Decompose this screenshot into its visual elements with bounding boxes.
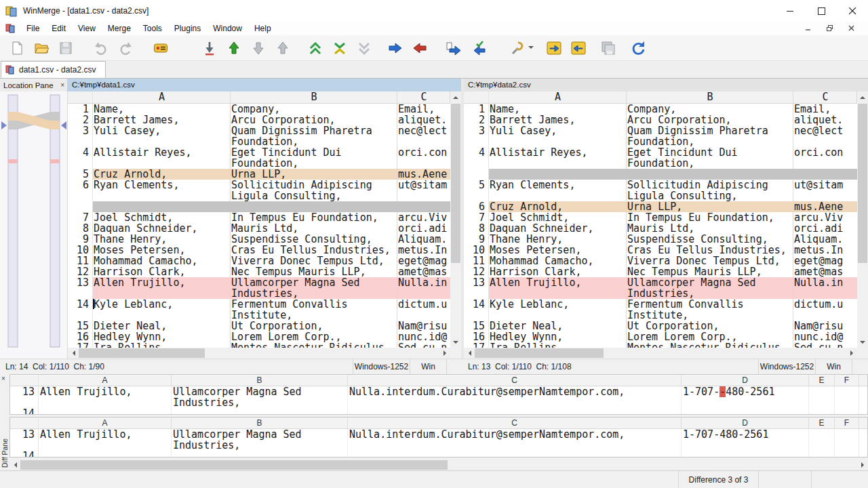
editor-row[interactable]: 10Moses Petersen,Cras Eu Tellus Industri… [68, 245, 450, 256]
cell-d[interactable] [682, 408, 809, 415]
copy-right-advance-button[interactable] [442, 37, 465, 59]
editor-row[interactable]: 15Dieter Neal,Ut Corporation,Nam@risu [68, 321, 450, 331]
cell-c[interactable]: mus.Aene [397, 169, 450, 180]
cell-b[interactable]: Mauris Ltd, [231, 223, 397, 234]
cell-c[interactable]: dictum.u [793, 299, 857, 321]
open-button[interactable] [30, 37, 53, 59]
cell-b[interactable]: Suspendisse Consulting, [627, 234, 793, 245]
cell-b[interactable]: In Tempus Eu Foundation, [231, 212, 397, 223]
redo-button[interactable] [114, 37, 137, 59]
editor-row[interactable]: 17Ira Rollins,Montes Nascetur RidiculusS… [464, 342, 857, 348]
h-scrollbar-diff-pane[interactable] [9, 460, 868, 470]
editor-row[interactable]: 9Thane Henry,Suspendisse Consulting,Aliq… [464, 234, 857, 245]
cell-a[interactable]: Barrett James, [489, 115, 627, 125]
cell-a[interactable]: Joel Schmidt, [489, 212, 627, 223]
editor-row[interactable]: 7Joel Schmidt,In Tempus Eu Foundation,ar… [464, 212, 857, 223]
cell-e[interactable] [809, 386, 835, 408]
cell-c[interactable]: Sed.cu.n [397, 342, 450, 348]
cell-b[interactable]: Sollicitudin AdipiscingLigula Consulting… [231, 180, 397, 201]
cell-c[interactable]: ut@sitam [793, 180, 857, 201]
cell-c[interactable]: Nulla.in [793, 277, 857, 299]
pane-splitter[interactable] [461, 79, 464, 374]
editor-row[interactable]: 1Name,Company,Email, [464, 104, 857, 115]
scroll-down-arrow[interactable] [857, 337, 868, 348]
cell-a[interactable]: Ira Rollins, [489, 342, 627, 348]
scroll-thumb[interactable] [475, 348, 604, 358]
cell-a[interactable]: Daquan Schneider, [93, 223, 231, 234]
editor-row[interactable]: 10Moses Petersen,Cras Eu Tellus Industri… [464, 245, 857, 256]
cell-c[interactable]: metus.In [793, 245, 857, 256]
cell-d[interactable]: 1-707-480-2561 [682, 429, 809, 451]
menu-tools[interactable]: Tools [137, 22, 168, 35]
cell-a[interactable]: Harrison Clark, [489, 266, 627, 277]
cell-b[interactable]: Ut Corporation, [231, 321, 397, 331]
close-button[interactable] [837, 0, 868, 22]
cell-a[interactable]: Cruz Arnold, [93, 169, 231, 180]
cell-a[interactable]: Name, [489, 104, 627, 115]
cell-a[interactable]: Yuli Casey, [93, 125, 231, 147]
cell-a[interactable]: Ryan Clements, [93, 180, 231, 201]
cell-c[interactable]: orci.adi [793, 223, 857, 234]
cell-c[interactable]: Nulla.interdum.Curabitur@semperNamtempor… [348, 386, 682, 408]
cell-a[interactable]: Barrett James, [93, 115, 231, 125]
diff-pane-close-icon[interactable]: × [1, 375, 5, 382]
menu-plugins[interactable]: Plugins [168, 22, 207, 35]
cell-a[interactable]: Cruz Arnold, [489, 201, 627, 212]
new-file-button[interactable] [5, 37, 28, 59]
scroll-thumb[interactable] [451, 104, 460, 263]
cell-b[interactable]: Viverra Donec Tempus Ltd, [627, 256, 793, 266]
scroll-thumb[interactable] [79, 348, 205, 358]
editor-row[interactable]: 2Barrett James,Arcu Corporation,aliquet. [464, 115, 857, 125]
cell-c[interactable]: nec@lect [397, 125, 450, 147]
editor-row[interactable]: 12Harrison Clark,Nec Tempus Mauris LLP,a… [68, 266, 450, 277]
editor-area-left[interactable]: 1Name,Company,Email,2Barrett James,Arcu … [68, 104, 450, 348]
save-button[interactable] [54, 37, 77, 59]
location-pane-close-icon[interactable]: × [60, 81, 64, 89]
scroll-up-arrow[interactable] [857, 92, 868, 102]
cell-c[interactable]: arcu.Viv [397, 212, 450, 223]
h-scrollbar-left[interactable] [68, 348, 450, 359]
rec-options-button[interactable] [149, 37, 172, 59]
editor-row[interactable]: 16Hedley Wynn,Lorem Lorem Corp.,nunc.id@ [464, 331, 857, 342]
cell-d[interactable] [682, 451, 809, 458]
copy-all-left-button[interactable] [567, 37, 590, 59]
diff-rows-bottom[interactable]: 13Allen Trujillo,Ullamcorper Magna SedIn… [10, 429, 867, 458]
cell-c[interactable]: mus.Aene [793, 201, 857, 212]
cell-b[interactable]: Cras Eu Tellus Industries, [231, 245, 397, 256]
cell-b[interactable] [172, 408, 348, 415]
cell-a[interactable]: Allistair Reyes, [489, 147, 627, 169]
cell-a[interactable]: Allen Trujillo, [39, 429, 172, 451]
auto-merge-button[interactable] [328, 37, 351, 59]
cell-c[interactable]: Aliquam. [793, 234, 857, 245]
cell-a[interactable]: Ryan Clements, [489, 180, 627, 201]
menu-window[interactable]: Window [207, 22, 248, 35]
cell-a[interactable] [39, 408, 172, 415]
cell-f[interactable] [835, 408, 859, 415]
cell-b[interactable]: Arcu Corporation, [231, 115, 397, 125]
cell-c[interactable]: amet@mas [793, 266, 857, 277]
diff-row[interactable]: 14 [10, 451, 867, 458]
editor-row[interactable]: 2Barrett James,Arcu Corporation,aliquet. [68, 115, 450, 125]
minimize-button[interactable] [774, 0, 806, 22]
menu-merge[interactable]: Merge [102, 22, 137, 35]
diff-rows-top[interactable]: 13Allen Trujillo,Ullamcorper Magna SedIn… [10, 386, 867, 415]
cell-b[interactable]: Ullamcorper Magna SedIndustries, [172, 429, 348, 451]
cell-a[interactable]: Allen Trujillo, [93, 277, 231, 299]
scroll-right-arrow[interactable] [857, 460, 868, 470]
cell-c[interactable]: aliquet. [397, 115, 450, 125]
undo-button[interactable] [90, 37, 113, 59]
cell-b[interactable]: Suspendisse Consulting, [231, 234, 397, 245]
editor-row[interactable]: 8Daquan Schneider,Mauris Ltd,orci.adi [464, 223, 857, 234]
cell-a[interactable]: Mohammad Camacho, [489, 256, 627, 266]
cell-b[interactable]: Lorem Lorem Corp., [231, 331, 397, 342]
editor-row[interactable]: 1Name,Company,Email, [68, 104, 450, 115]
editor-row[interactable]: 16Hedley Wynn,Lorem Lorem Corp.,nunc.id@ [68, 331, 450, 342]
cell-c[interactable]: Nulla.interdum.Curabitur@semperNamtempor… [348, 429, 682, 451]
cell-c[interactable]: arcu.Viv [793, 212, 857, 223]
cell-b[interactable]: Nec Tempus Mauris LLP, [231, 266, 397, 277]
cell-a[interactable]: Allen Trujillo, [39, 386, 172, 408]
scroll-left-arrow[interactable] [9, 460, 20, 470]
cell-c[interactable]: dictum.u [397, 299, 450, 321]
cell-b[interactable]: Ut Corporation, [627, 321, 793, 331]
cell-a[interactable]: Kyle Leblanc, [93, 299, 231, 321]
